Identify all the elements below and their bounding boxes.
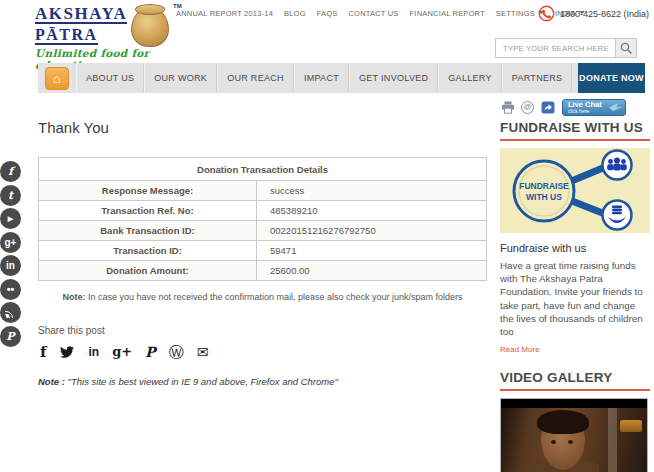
main-nav: ⌂ ABOUT US OUR WORK OUR REACH IMPACT GET… bbox=[38, 63, 645, 93]
nav-impact[interactable]: IMPACT bbox=[294, 63, 349, 93]
row-value: 485389210 bbox=[257, 201, 487, 221]
video-gallery-heading: VIDEO GALLERY bbox=[500, 370, 650, 391]
share-email-icon[interactable]: ✉ bbox=[197, 344, 209, 360]
video-photo bbox=[501, 408, 647, 472]
rail-youtube-icon[interactable]: ▶ bbox=[0, 208, 21, 229]
live-chat-button[interactable]: Live Chat click here bbox=[562, 99, 626, 116]
search-button[interactable] bbox=[615, 38, 637, 58]
read-more-link[interactable]: Read More bbox=[500, 345, 540, 354]
rail-facebook-icon[interactable]: f bbox=[0, 161, 21, 182]
share-pinterest-icon[interactable]: P bbox=[145, 344, 156, 360]
row-value: success bbox=[257, 181, 487, 201]
share-row: f in g+ P Ⓦ ✉ bbox=[40, 343, 208, 360]
browser-compatibility-note: Note : "This site is best viewed in IE 9… bbox=[38, 376, 338, 387]
rail-tumblr-icon[interactable]: t bbox=[0, 185, 21, 206]
page-toolbar: @ Live Chat click here bbox=[500, 99, 650, 116]
nav-get-involved[interactable]: GET INVOLVED bbox=[349, 63, 438, 93]
nav-about-us[interactable]: ABOUT US bbox=[76, 63, 144, 93]
row-value: 59471 bbox=[257, 241, 487, 261]
row-value: 25600.00 bbox=[257, 261, 487, 281]
confirmation-note: Note: In case you have not received the … bbox=[38, 292, 487, 302]
top-nav-settings[interactable]: SETTINGS bbox=[496, 9, 544, 18]
fundraise-heading: FUNDRAISE WITH US bbox=[500, 120, 650, 141]
nav-gallery[interactable]: GALLERY bbox=[438, 63, 501, 93]
share-wordpress-icon[interactable]: Ⓦ bbox=[169, 344, 184, 360]
fundraise-banner[interactable]: FUNDRAISE WITH US bbox=[500, 148, 650, 233]
twitter-bird-icon bbox=[59, 345, 75, 359]
rail-googleplus-icon[interactable]: g+ bbox=[0, 232, 21, 253]
video-thumbnail[interactable] bbox=[500, 398, 648, 472]
table-row: Bank Transaction ID: 0022015121627679275… bbox=[39, 221, 487, 241]
rss-icon bbox=[5, 307, 16, 318]
top-nav-financial-report[interactable]: FINANCIAL REPORT bbox=[410, 9, 485, 18]
fundraise-graphic-text-1: FUNDRAISE bbox=[519, 181, 569, 191]
search-bar bbox=[495, 38, 637, 58]
email-icon: @ bbox=[521, 101, 534, 114]
rail-flickr-icon[interactable]: •• bbox=[0, 279, 21, 300]
table-row: Transaction Ref. No: 485389210 bbox=[39, 201, 487, 221]
donate-now-button[interactable]: DONATE NOW bbox=[578, 63, 645, 93]
email-page-button[interactable]: @ bbox=[520, 100, 535, 115]
table-row: Donation Amount: 25600.00 bbox=[39, 261, 487, 281]
row-label: Transaction ID: bbox=[39, 241, 257, 261]
page-title: Thank You bbox=[38, 119, 109, 136]
nav-partners[interactable]: PARTNERS bbox=[502, 63, 573, 93]
row-label: Donation Amount: bbox=[39, 261, 257, 281]
printer-icon bbox=[501, 101, 515, 114]
row-label: Transaction Ref. No: bbox=[39, 201, 257, 221]
share-page-button[interactable] bbox=[540, 100, 555, 115]
helpline-number: 1800-425-8622 (India) bbox=[560, 9, 649, 19]
right-sidebar: FUNDRAISE WITH US FUNDRAISE WITH US Fund… bbox=[500, 120, 650, 472]
rail-pinterest-icon[interactable]: P bbox=[0, 326, 21, 347]
row-label: Bank Transaction ID: bbox=[39, 221, 257, 241]
row-value: 00220151216276792750 bbox=[257, 221, 487, 241]
share-linkedin-icon[interactable]: in bbox=[88, 343, 99, 360]
pot-logo-icon bbox=[131, 7, 169, 47]
share-icon bbox=[541, 101, 555, 114]
helpline: 1800-425-8622 (India) bbox=[538, 5, 649, 22]
search-input[interactable] bbox=[495, 38, 615, 58]
top-nav: ANNUAL REPORT 2013-14 BLOG FAQS CONTACT … bbox=[176, 9, 585, 18]
logo-word-patra: PĀTRA bbox=[35, 27, 98, 45]
print-button[interactable] bbox=[500, 100, 515, 115]
fundraise-title: Fundraise with us bbox=[500, 242, 650, 254]
site-logo[interactable]: AKSHAYA PĀTRA TM bbox=[35, 5, 185, 47]
top-nav-annual-report[interactable]: ANNUAL REPORT 2013-14 bbox=[176, 9, 273, 18]
fundraise-description: Have a great time raising funds with The… bbox=[500, 259, 650, 338]
donation-transaction-table: Donation Transaction Details Response Me… bbox=[38, 157, 487, 281]
social-rail: f t ▶ g+ in •• P bbox=[0, 161, 21, 347]
phone-icon bbox=[538, 5, 555, 22]
logo-word-akshaya: AKSHAYA bbox=[35, 5, 127, 24]
live-chat-sublabel: click here bbox=[568, 109, 625, 114]
top-nav-contact-us[interactable]: CONTACT US bbox=[349, 9, 399, 18]
home-button[interactable]: ⌂ bbox=[45, 67, 69, 90]
share-facebook-icon[interactable]: f bbox=[40, 344, 46, 360]
nav-our-reach[interactable]: OUR REACH bbox=[217, 63, 294, 93]
top-nav-blog[interactable]: BLOG bbox=[284, 9, 306, 18]
search-icon bbox=[620, 42, 633, 55]
top-nav-faqs[interactable]: FAQS bbox=[317, 9, 338, 18]
rail-rss-icon[interactable] bbox=[0, 302, 21, 323]
fundraise-graphic-text-2: WITH US bbox=[526, 192, 562, 202]
share-googleplus-icon[interactable]: g+ bbox=[112, 343, 132, 360]
table-title: Donation Transaction Details bbox=[39, 158, 487, 181]
share-this-post-label: Share this post bbox=[38, 325, 105, 336]
rail-linkedin-icon[interactable]: in bbox=[0, 255, 21, 276]
nav-our-work[interactable]: OUR WORK bbox=[144, 63, 217, 93]
table-row: Transaction ID: 59471 bbox=[39, 241, 487, 261]
video-channel-logo bbox=[620, 420, 642, 432]
row-label: Response Message: bbox=[39, 181, 257, 201]
share-twitter-icon[interactable] bbox=[59, 345, 75, 359]
table-row: Response Message: success bbox=[39, 181, 487, 201]
